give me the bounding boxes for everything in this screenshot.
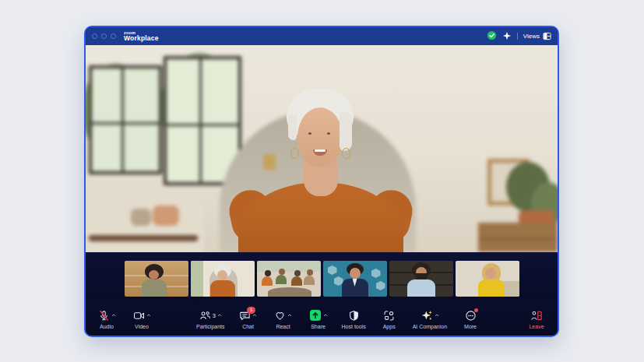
brand-workplace-text: Workplace (124, 35, 159, 42)
leave-label: Leave (529, 324, 544, 329)
participant-tile-2[interactable] (191, 261, 255, 297)
chat-badge: 1 (247, 307, 255, 314)
main-speaker (86, 45, 558, 252)
ai-companion-titlebar-icon[interactable] (502, 30, 512, 44)
apps-label: Apps (383, 324, 396, 329)
video-label: Video (135, 324, 149, 329)
leave-button[interactable]: Leave (525, 309, 548, 329)
more-label: More (464, 324, 477, 329)
window-maximize-button[interactable] (111, 33, 116, 39)
titlebar-divider (517, 33, 518, 40)
participants-button[interactable]: 3 Participants (196, 309, 225, 329)
chevron-up-icon (252, 314, 257, 317)
chat-label: Chat (242, 324, 254, 329)
react-button[interactable]: React (272, 309, 295, 329)
chevron-up-icon (287, 314, 292, 317)
main-video (86, 45, 558, 252)
participants-label: Participants (196, 324, 225, 329)
chevron-up-icon (111, 314, 116, 317)
more-notification-dot (474, 308, 478, 312)
window-close-button[interactable] (92, 33, 97, 39)
video-button[interactable]: Video (130, 309, 153, 329)
apps-button[interactable]: Apps (378, 309, 401, 329)
mic-muted-icon (98, 310, 110, 322)
views-label: Views (523, 33, 540, 40)
ai-companion-label: AI Companion (413, 324, 447, 329)
window-controls (92, 33, 116, 39)
host-tools-button[interactable]: Host tools (342, 309, 366, 329)
heart-icon (274, 310, 286, 322)
participant-tile-4[interactable] (323, 261, 387, 297)
page-background: zoom Workplace Views (0, 0, 644, 362)
audio-button[interactable]: Audio (95, 309, 118, 329)
more-button[interactable]: More (459, 309, 482, 329)
react-label: React (276, 324, 290, 329)
share-screen-icon (309, 309, 322, 322)
window-minimize-button[interactable] (101, 33, 107, 39)
participant-filmstrip (86, 252, 558, 302)
share-button[interactable]: Share (307, 309, 330, 329)
participant-tile-1[interactable] (125, 261, 188, 297)
participant-tile-5[interactable] (389, 261, 453, 297)
ai-sparkle-icon (421, 309, 433, 322)
security-shield-check-icon[interactable] (487, 30, 497, 44)
audio-label: Audio (100, 324, 114, 329)
apps-icon (383, 310, 395, 322)
views-button[interactable]: Views (523, 32, 551, 40)
zoom-workplace-logo: zoom Workplace (124, 31, 159, 42)
camera-icon (133, 310, 145, 322)
chevron-up-icon (217, 314, 222, 317)
participants-icon (199, 310, 211, 322)
participant-tile-3[interactable] (257, 261, 321, 297)
window-titlebar: zoom Workplace Views (86, 27, 558, 45)
chat-button[interactable]: 1 Chat (237, 309, 260, 329)
zoom-meeting-window: zoom Workplace Views (84, 26, 559, 337)
participant-tile-6[interactable] (456, 261, 519, 297)
participants-count: 3 (213, 312, 216, 319)
shield-icon (348, 310, 360, 322)
host-tools-label: Host tools (342, 324, 366, 329)
ai-companion-button[interactable]: AI Companion (413, 309, 447, 329)
chevron-up-icon (435, 314, 439, 317)
meeting-toolbar: Audio Video 3 (86, 302, 558, 336)
chevron-up-icon (146, 314, 151, 317)
chevron-up-icon (323, 314, 328, 317)
share-label: Share (311, 324, 326, 329)
leave-meeting-icon (530, 310, 543, 322)
views-grid-icon (543, 32, 551, 40)
